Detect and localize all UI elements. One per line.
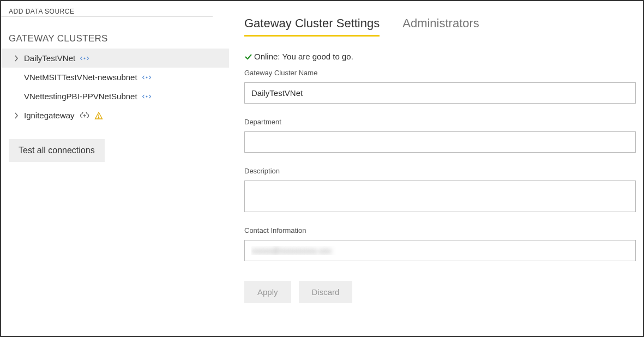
- button-row: Apply Discard: [244, 281, 636, 303]
- vnet-icon: [142, 93, 152, 100]
- svg-point-1: [146, 77, 147, 78]
- gateway-item-dailytestvnet[interactable]: DailyTestVNet: [1, 49, 229, 68]
- gateway-item-vnettestingpbi[interactable]: VNettestingPBI-PPVNetSubnet: [1, 87, 229, 106]
- department-input[interactable]: [244, 131, 636, 153]
- tab-administrators[interactable]: Administrators: [402, 16, 479, 37]
- add-data-source-link[interactable]: ADD DATA SOURCE: [1, 7, 213, 17]
- discard-button[interactable]: Discard: [299, 281, 353, 303]
- status-text: Online: You are good to go.: [254, 52, 353, 61]
- warning-icon: [94, 111, 103, 120]
- sidebar: ADD DATA SOURCE GATEWAY CLUSTERS DailyTe…: [1, 1, 229, 336]
- main-panel: Gateway Cluster Settings Administrators …: [229, 1, 643, 336]
- svg-point-0: [84, 58, 85, 59]
- gateway-item-ignitegateway[interactable]: Ignitegateway: [1, 106, 229, 125]
- gateway-item-label: VNettestingPBI-PPVNetSubnet: [24, 92, 137, 101]
- field-label-department: Department: [244, 118, 636, 126]
- gateway-list: DailyTestVNet VNetMSITTestVNet-newsubnet…: [1, 49, 229, 125]
- check-icon: [244, 53, 252, 61]
- contact-information-input[interactable]: [244, 240, 636, 261]
- field-label-name: Gateway Cluster Name: [244, 69, 636, 77]
- chevron-right-icon: [13, 55, 20, 62]
- vnet-icon: [142, 74, 152, 81]
- gateway-cluster-name-input[interactable]: [244, 82, 636, 104]
- chevron-right-icon: [13, 112, 20, 119]
- gateway-item-label: DailyTestVNet: [24, 53, 75, 63]
- gateway-item-vnetmsit[interactable]: VNetMSITTestVNet-newsubnet: [1, 68, 229, 87]
- field-department: Department: [244, 118, 636, 153]
- field-gateway-cluster-name: Gateway Cluster Name: [244, 69, 636, 104]
- status-row: Online: You are good to go.: [244, 52, 636, 61]
- gateway-clusters-header: GATEWAY CLUSTERS: [1, 30, 229, 49]
- field-label-contact: Contact Information: [244, 226, 636, 234]
- field-description: Description: [244, 167, 636, 212]
- tab-gateway-cluster-settings[interactable]: Gateway Cluster Settings: [244, 16, 380, 37]
- apply-button[interactable]: Apply: [244, 281, 291, 303]
- field-label-description: Description: [244, 167, 636, 175]
- gateway-item-label: Ignitegateway: [24, 111, 75, 120]
- tabs: Gateway Cluster Settings Administrators: [244, 16, 636, 37]
- description-input[interactable]: [244, 180, 636, 212]
- svg-point-4: [98, 117, 99, 118]
- gateway-item-label: VNetMSITTestVNet-newsubnet: [24, 73, 137, 82]
- field-contact: Contact Information: [244, 226, 636, 261]
- test-all-connections-button[interactable]: Test all connections: [9, 139, 105, 162]
- cloud-upload-icon: [79, 112, 90, 119]
- vnet-icon: [80, 55, 89, 62]
- svg-point-2: [146, 96, 147, 97]
